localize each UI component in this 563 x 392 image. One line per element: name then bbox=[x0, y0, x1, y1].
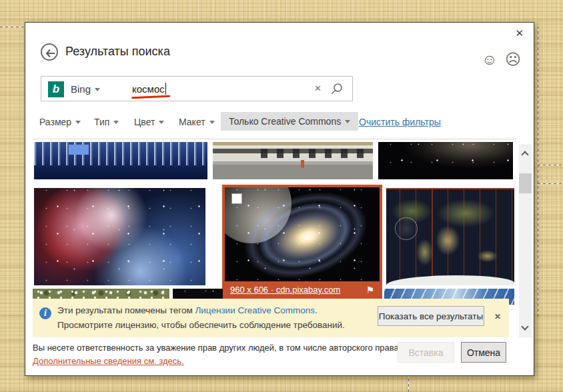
notice-text-line2: Просмотрите лицензию, чтобы обеспечить с… bbox=[57, 320, 345, 330]
map-marker-graphic bbox=[395, 217, 418, 240]
filter-color[interactable]: Цвет bbox=[134, 117, 164, 127]
info-icon: i bbox=[39, 307, 51, 319]
desktop-background: ✕ Результаты поиска ☺ ☹ b Bing космос ✕ … bbox=[0, 0, 563, 392]
chevron-down-icon bbox=[209, 121, 215, 124]
filter-type[interactable]: Тип bbox=[94, 117, 119, 127]
learn-more-link[interactable]: Дополнительные сведения см. здесь. bbox=[33, 356, 184, 366]
page-title: Результаты поиска bbox=[65, 45, 170, 59]
cancel-button[interactable]: Отмена bbox=[461, 342, 506, 363]
clear-search-icon[interactable]: ✕ bbox=[314, 83, 322, 93]
result-thumbnail-city-night[interactable] bbox=[34, 142, 207, 179]
notice-text-prefix: Эти результаты помечены тегом bbox=[57, 305, 193, 315]
insert-button[interactable]: Вставка bbox=[398, 342, 454, 363]
back-button[interactable] bbox=[41, 43, 58, 61]
galaxy-core-graphic bbox=[243, 187, 372, 281]
galaxy-graphic bbox=[227, 187, 380, 281]
image-source-link[interactable]: 960 x 606 · cdn.pixabay.com bbox=[230, 285, 340, 295]
provider-dropdown[interactable]: Bing bbox=[71, 83, 100, 95]
scrollbar-thumb[interactable] bbox=[519, 173, 532, 193]
text-cursor bbox=[165, 83, 166, 95]
cc-license-link[interactable]: Лицензии Creative Commons bbox=[195, 305, 315, 315]
results-scrollbar[interactable] bbox=[519, 144, 532, 337]
selection-checkbox[interactable] bbox=[231, 193, 242, 204]
result-thumbnail-world-map[interactable] bbox=[386, 188, 514, 285]
result-thumbnail-selected[interactable]: 960 x 606 · cdn.pixabay.com ⚑ bbox=[222, 185, 382, 301]
provider-label: Bing bbox=[71, 83, 91, 95]
feedback-smile-icon[interactable]: ☺ bbox=[482, 52, 497, 67]
chevron-down-icon bbox=[95, 88, 100, 91]
feedback-frown-icon[interactable]: ☹ bbox=[505, 52, 521, 67]
search-query-text: космос bbox=[132, 83, 166, 95]
report-flag-icon[interactable]: ⚑ bbox=[366, 285, 374, 295]
show-all-results-button[interactable]: Показать все результаты bbox=[378, 306, 484, 326]
result-thumbnail-nebula[interactable] bbox=[34, 188, 205, 285]
spellcheck-underline bbox=[131, 95, 170, 99]
scroll-up-icon[interactable] bbox=[521, 151, 528, 158]
notice-close-icon[interactable]: ✕ bbox=[494, 312, 501, 321]
search-icon[interactable] bbox=[330, 83, 343, 98]
result-thumbnail-galaxy[interactable] bbox=[378, 142, 513, 179]
selected-image-caption: 960 x 606 · cdn.pixabay.com ⚑ bbox=[225, 281, 380, 298]
placeholder-dash-line bbox=[408, 376, 409, 392]
search-input[interactable]: b Bing космос ✕ bbox=[41, 76, 353, 101]
filter-layout[interactable]: Макет bbox=[179, 117, 215, 127]
antarctica-graphic bbox=[386, 275, 514, 285]
creative-commons-notice: i Эти результаты помечены тегом Лицензии… bbox=[33, 299, 509, 337]
bing-logo-icon: b bbox=[48, 81, 64, 97]
placeholder-dash-line bbox=[538, 183, 563, 184]
placeholder-dash-line bbox=[538, 27, 538, 317]
filter-size[interactable]: Размер bbox=[39, 117, 81, 127]
copyright-disclaimer: Вы несете ответственность за уважение пр… bbox=[33, 341, 406, 368]
result-thumbnail-street[interactable] bbox=[213, 142, 373, 179]
notice-text-period: . bbox=[315, 305, 318, 315]
placeholder-dash-line bbox=[538, 165, 563, 165]
chevron-down-icon bbox=[159, 121, 164, 124]
clear-filters-link[interactable]: Очистить фильтры bbox=[359, 117, 441, 127]
disclaimer-text: Вы несете ответственность за уважение пр… bbox=[33, 343, 401, 353]
insert-pictures-dialog: ✕ Результаты поиска ☺ ☹ b Bing космос ✕ … bbox=[25, 22, 534, 376]
chevron-down-icon bbox=[345, 120, 350, 123]
chevron-down-icon bbox=[75, 121, 81, 124]
back-arrow-icon bbox=[44, 47, 57, 60]
placeholder-dash-line bbox=[0, 27, 25, 27]
scroll-down-icon[interactable] bbox=[521, 323, 528, 330]
chevron-down-icon bbox=[113, 121, 119, 124]
divider bbox=[33, 139, 516, 139]
filter-creative-commons[interactable]: Только Creative Commons bbox=[221, 112, 358, 131]
close-icon[interactable]: ✕ bbox=[515, 27, 524, 39]
notice-text: Эти результаты помечены тегом Лицензии C… bbox=[57, 303, 371, 333]
selected-image bbox=[225, 187, 380, 281]
